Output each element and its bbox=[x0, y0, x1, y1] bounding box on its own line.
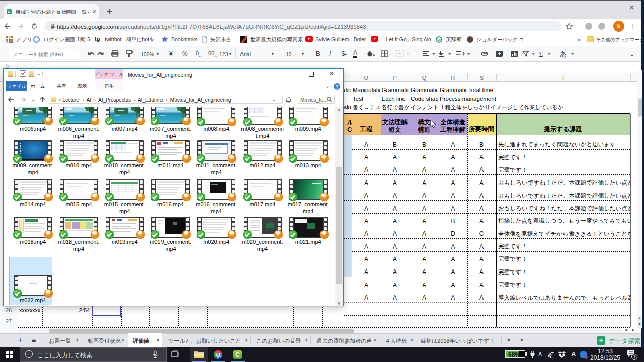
svg-text:Σ: Σ bbox=[539, 50, 543, 58]
svg-text:あ: あ bbox=[560, 50, 567, 58]
